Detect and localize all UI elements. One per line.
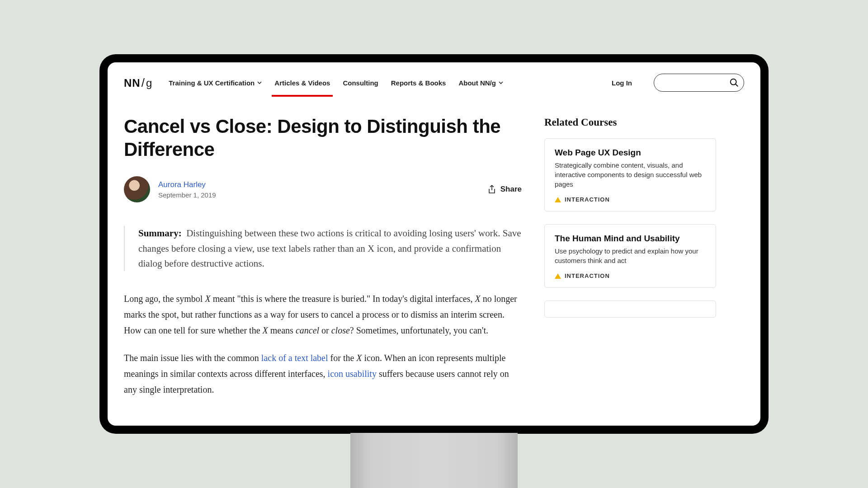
share-button[interactable]: Share bbox=[488, 185, 522, 194]
article-date: September 1, 2019 bbox=[158, 191, 216, 199]
nav-item-label: Reports & Books bbox=[391, 79, 446, 87]
nav-reports[interactable]: Reports & Books bbox=[391, 76, 446, 89]
summary-label: Summary: bbox=[138, 228, 182, 239]
logo-slash: / bbox=[142, 76, 145, 90]
article-title: Cancel vs Close: Design to Distinguish t… bbox=[124, 115, 522, 161]
svg-line-1 bbox=[736, 84, 738, 86]
nav-consulting[interactable]: Consulting bbox=[343, 76, 378, 89]
nav-training[interactable]: Training & UX Certification bbox=[169, 76, 262, 89]
triangle-icon bbox=[555, 197, 561, 202]
body-paragraph-2: The main issue lies with the common lack… bbox=[124, 350, 522, 398]
byline-row: Aurora Harley September 1, 2019 Share bbox=[124, 176, 522, 202]
triangle-icon bbox=[555, 273, 561, 279]
logo[interactable]: NN/g bbox=[124, 76, 152, 90]
logo-text-nn: NN bbox=[124, 77, 141, 89]
course-tag-label: INTERACTION bbox=[565, 196, 610, 203]
nav-item-label: Consulting bbox=[343, 79, 378, 87]
share-icon bbox=[488, 185, 496, 194]
sidebar: Related Courses Web Page UX Design Strat… bbox=[544, 115, 716, 409]
nav-articles[interactable]: Articles & Videos bbox=[274, 76, 330, 89]
monitor-stand bbox=[350, 433, 518, 488]
top-nav: NN/g Training & UX Certification Article… bbox=[108, 62, 760, 95]
svg-point-0 bbox=[731, 79, 736, 85]
course-card[interactable] bbox=[544, 300, 716, 318]
chevron-down-icon bbox=[499, 80, 503, 85]
course-desc: Use psychology to predict and explain ho… bbox=[555, 246, 706, 265]
nav-item-label: About NN/g bbox=[458, 79, 495, 87]
course-card[interactable]: Web Page UX Design Strategically combine… bbox=[544, 138, 716, 211]
nav-items: Training & UX Certification Articles & V… bbox=[169, 76, 503, 89]
nav-about[interactable]: About NN/g bbox=[458, 76, 503, 89]
link-lack-of-label[interactable]: lack of a text label bbox=[261, 353, 328, 363]
course-tag-label: INTERACTION bbox=[565, 272, 610, 279]
monitor-frame: NN/g Training & UX Certification Article… bbox=[99, 54, 769, 434]
search-icon bbox=[729, 78, 739, 88]
link-icon-usability[interactable]: icon usability bbox=[328, 369, 377, 379]
course-tag: INTERACTION bbox=[555, 272, 706, 279]
summary-text: Distinguishing between these two actions… bbox=[138, 228, 521, 268]
body-paragraph-1: Long ago, the symbol X meant "this is wh… bbox=[124, 291, 522, 338]
chevron-down-icon bbox=[257, 80, 262, 85]
nav-item-label: Articles & Videos bbox=[274, 79, 330, 87]
screen: NN/g Training & UX Certification Article… bbox=[108, 62, 760, 426]
login-link[interactable]: Log In bbox=[612, 79, 632, 87]
author-avatar[interactable] bbox=[124, 176, 150, 202]
content-area: Cancel vs Close: Design to Distinguish t… bbox=[108, 95, 760, 409]
course-tag: INTERACTION bbox=[555, 196, 706, 203]
logo-text-g: g bbox=[146, 77, 152, 89]
share-label: Share bbox=[500, 185, 522, 194]
course-title: The Human Mind and Usability bbox=[555, 234, 706, 244]
sidebar-heading: Related Courses bbox=[544, 117, 716, 128]
byline: Aurora Harley September 1, 2019 bbox=[124, 176, 216, 202]
search-input[interactable] bbox=[654, 74, 744, 92]
course-desc: Strategically combine content, visuals, … bbox=[555, 160, 706, 189]
nav-item-label: Training & UX Certification bbox=[169, 79, 255, 87]
course-title: Web Page UX Design bbox=[555, 148, 706, 158]
summary-block: Summary: Distinguishing between these tw… bbox=[124, 226, 522, 271]
article-main: Cancel vs Close: Design to Distinguish t… bbox=[124, 115, 522, 409]
course-card[interactable]: The Human Mind and Usability Use psychol… bbox=[544, 224, 716, 288]
author-link[interactable]: Aurora Harley bbox=[158, 180, 216, 189]
